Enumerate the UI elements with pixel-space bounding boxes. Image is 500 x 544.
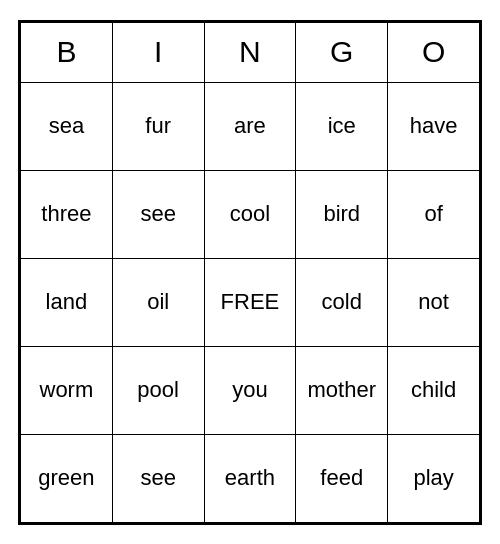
bingo-cell-4-3: feed <box>296 434 388 522</box>
bingo-cell-0-0: sea <box>21 82 113 170</box>
bingo-cell-2-3: cold <box>296 258 388 346</box>
bingo-row-1: threeseecoolbirdof <box>21 170 480 258</box>
bingo-cell-3-0: worm <box>21 346 113 434</box>
header-letter-o: O <box>388 22 480 82</box>
bingo-cell-0-3: ice <box>296 82 388 170</box>
bingo-row-0: seafurareicehave <box>21 82 480 170</box>
bingo-cell-3-1: pool <box>112 346 204 434</box>
bingo-cell-0-1: fur <box>112 82 204 170</box>
bingo-cell-4-4: play <box>388 434 480 522</box>
bingo-cell-0-2: are <box>204 82 296 170</box>
bingo-row-4: greenseeearthfeedplay <box>21 434 480 522</box>
header-letter-i: I <box>112 22 204 82</box>
bingo-cell-2-0: land <box>21 258 113 346</box>
bingo-cell-1-1: see <box>112 170 204 258</box>
bingo-cell-2-2: FREE <box>204 258 296 346</box>
bingo-cell-1-2: cool <box>204 170 296 258</box>
header-letter-g: G <box>296 22 388 82</box>
bingo-cell-3-3: mother <box>296 346 388 434</box>
bingo-card: BINGO seafurareicehavethreeseecoolbirdof… <box>18 20 482 525</box>
bingo-cell-4-1: see <box>112 434 204 522</box>
bingo-cell-1-4: of <box>388 170 480 258</box>
bingo-cell-1-0: three <box>21 170 113 258</box>
bingo-cell-2-1: oil <box>112 258 204 346</box>
bingo-cell-3-2: you <box>204 346 296 434</box>
bingo-row-2: landoilFREEcoldnot <box>21 258 480 346</box>
bingo-cell-4-0: green <box>21 434 113 522</box>
bingo-cell-4-2: earth <box>204 434 296 522</box>
bingo-table: BINGO seafurareicehavethreeseecoolbirdof… <box>20 22 480 523</box>
bingo-cell-2-4: not <box>388 258 480 346</box>
header-letter-b: B <box>21 22 113 82</box>
bingo-row-3: wormpoolyoumotherchild <box>21 346 480 434</box>
header-letter-n: N <box>204 22 296 82</box>
bingo-cell-3-4: child <box>388 346 480 434</box>
bingo-cell-1-3: bird <box>296 170 388 258</box>
header-row: BINGO <box>21 22 480 82</box>
bingo-cell-0-4: have <box>388 82 480 170</box>
